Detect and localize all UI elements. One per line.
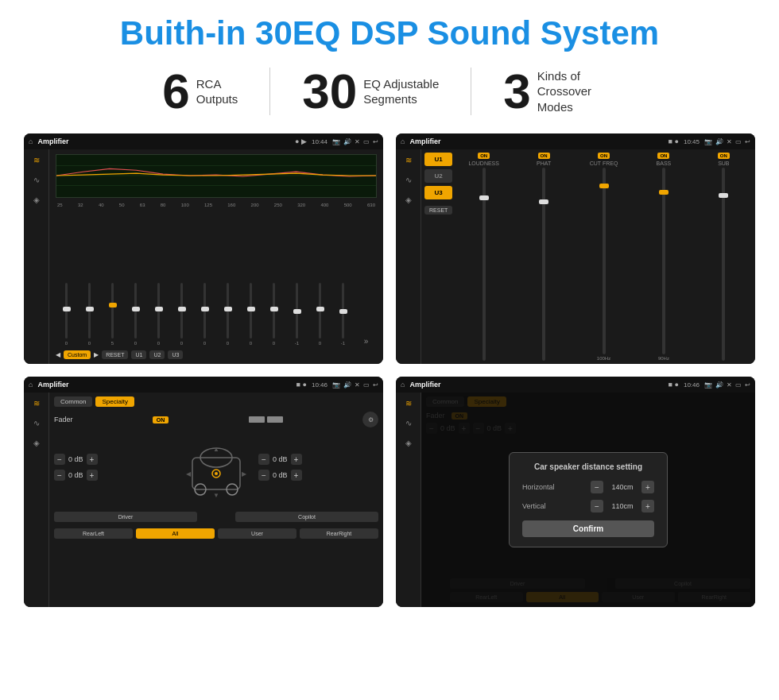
- prev-btn[interactable]: ◀: [56, 351, 60, 358]
- btn-driver[interactable]: Driver: [54, 512, 197, 522]
- rect-icon-4: ▭: [735, 381, 742, 389]
- stat-rca: 6 RCAOutputs: [130, 67, 269, 116]
- db-plus-1[interactable]: +: [87, 470, 98, 481]
- vol-icon-2: 🔊: [715, 138, 723, 145]
- car-diagram: ▲ ▼ ◀ ▶: [180, 434, 252, 505]
- vertical-stepper: − 110cm +: [591, 500, 654, 512]
- settings-icon-3[interactable]: ⚙: [362, 412, 378, 427]
- on-badge-phat: ON: [538, 153, 550, 159]
- svg-text:▲: ▲: [213, 446, 219, 453]
- next-btn[interactable]: ▶: [94, 351, 99, 358]
- rect-icon-2: ▭: [735, 138, 742, 145]
- sidebar-eq-icon-2[interactable]: ≋: [405, 156, 412, 164]
- db-minus-0[interactable]: −: [54, 454, 65, 465]
- play-dot-2: ■ ●: [669, 137, 679, 145]
- sidebar-speaker-icon[interactable]: ◈: [33, 195, 40, 204]
- on-badge-bass: ON: [657, 153, 669, 159]
- amp2-channels: ON LOUDNESS ON PHAT: [455, 153, 752, 361]
- dialog-main: Common Specialty Fader ON −0 dB+ −0 dB+: [421, 393, 755, 607]
- u1-btn[interactable]: U1: [424, 153, 452, 166]
- vertical-minus-btn[interactable]: −: [591, 500, 603, 512]
- screen-fader: ⌂ Amplifier ■ ● 10:46 📷 🔊 ✕ ▭ ↩ ≋ ∿ ◈: [24, 377, 383, 607]
- eq-slider-1: 0: [79, 283, 100, 346]
- fader-bottom-buttons: Driver Copilot: [54, 512, 378, 522]
- db-plus-2[interactable]: +: [291, 454, 302, 465]
- u3-btn[interactable]: U3: [424, 186, 452, 199]
- fader-label: Fader: [54, 416, 73, 423]
- tab-common[interactable]: Common: [54, 396, 92, 407]
- db-plus-0[interactable]: +: [87, 454, 98, 465]
- btn-rearright[interactable]: RearRight: [300, 528, 378, 539]
- vertical-label: Vertical: [522, 502, 546, 510]
- channel-phat: ON PHAT: [515, 153, 572, 361]
- fader-on-btn[interactable]: ON: [153, 416, 169, 423]
- sidebar-eq-icon-3[interactable]: ≋: [33, 399, 40, 408]
- db-plus-3[interactable]: +: [291, 470, 302, 481]
- eq-btn-reset[interactable]: RESET: [102, 350, 128, 359]
- sidebar-wave-icon-2[interactable]: ∿: [405, 176, 412, 184]
- sidebar-3: ≋ ∿ ◈: [24, 393, 49, 607]
- sub-slider[interactable]: [722, 168, 725, 361]
- cutfreq-slider[interactable]: [603, 168, 606, 354]
- phat-slider[interactable]: [542, 168, 545, 361]
- eq-slider-skip: »: [355, 337, 377, 346]
- horizontal-minus-btn[interactable]: −: [591, 481, 603, 493]
- eq-btn-u2[interactable]: U2: [149, 350, 165, 359]
- db-minus-2[interactable]: −: [258, 454, 269, 465]
- sidebar-speaker-icon-3[interactable]: ◈: [33, 439, 40, 447]
- btn-rearleft[interactable]: RearLeft: [54, 528, 133, 539]
- eq-btn-u3[interactable]: U3: [168, 350, 183, 359]
- dialog-title: Car speaker distance setting: [522, 462, 654, 471]
- sidebar-speaker-icon-2[interactable]: ◈: [405, 195, 412, 204]
- bass-slider[interactable]: [662, 168, 665, 354]
- u2-btn[interactable]: U2: [424, 169, 452, 183]
- sidebar-speaker-icon-4[interactable]: ◈: [405, 439, 412, 447]
- topbar-1-time: 10:44: [312, 138, 327, 145]
- sidebar-wave-icon-4[interactable]: ∿: [405, 419, 412, 427]
- btn-copilot[interactable]: Copilot: [235, 512, 378, 522]
- eq-preset-custom[interactable]: Custom: [64, 350, 91, 359]
- eq-bottom-controls: ◀ Custom ▶ RESET U1 U2 U3: [56, 350, 377, 359]
- topbar-1-icons: 📷 🔊 ✕ ▭ ↩: [332, 138, 378, 145]
- confirm-button[interactable]: Confirm: [522, 520, 654, 537]
- sidebar-wave-icon-3[interactable]: ∿: [33, 419, 40, 427]
- sidebar-wave-icon[interactable]: ∿: [33, 176, 40, 184]
- x-icon-1: ✕: [355, 138, 360, 145]
- db-minus-1[interactable]: −: [54, 470, 65, 481]
- db-val-2: 0 dB: [273, 455, 288, 463]
- btn-all[interactable]: All: [136, 528, 215, 539]
- stat-crossover-number: 3: [503, 67, 530, 116]
- eq-slider-5: 0: [171, 283, 192, 346]
- sidebar-eq-icon[interactable]: ≋: [33, 156, 40, 164]
- db-val-0: 0 dB: [68, 455, 83, 463]
- stats-row: 6 RCAOutputs 30 EQ AdjustableSegments 3 …: [24, 67, 755, 116]
- screen-1-content: ≋ ∿ ◈: [24, 149, 383, 364]
- eq-slider-2: 5: [102, 283, 123, 346]
- topbar-4-time: 10:46: [684, 381, 700, 389]
- channel-label-loudness: LOUDNESS: [468, 160, 499, 166]
- tab-specialty[interactable]: Specialty: [95, 396, 134, 407]
- dialog-overlay: Car speaker distance setting Horizontal …: [421, 393, 755, 607]
- stat-eq: 30 EQ AdjustableSegments: [270, 67, 471, 116]
- vertical-plus-btn[interactable]: +: [641, 500, 654, 512]
- topbar-1-title: Amplifier: [37, 137, 290, 145]
- eq-slider-12: -1: [332, 283, 354, 346]
- db-minus-3[interactable]: −: [258, 470, 269, 481]
- topbar-3-title: Amplifier: [37, 381, 291, 389]
- screen-3-content: ≋ ∿ ◈ Common Specialty Fader ON: [24, 393, 383, 607]
- loudness-slider[interactable]: [483, 168, 486, 361]
- amp2-main: U1 U2 U3 RESET ON LOUDNESS: [421, 149, 755, 364]
- eq-btn-u1[interactable]: U1: [131, 350, 146, 359]
- sidebar-eq-icon-4[interactable]: ≋: [405, 399, 412, 408]
- fader-bottom-buttons-2: RearLeft All User RearRight: [54, 528, 378, 539]
- fader-controls-right: − 0 dB + − 0 dB +: [258, 454, 378, 485]
- x-icon-3: ✕: [355, 381, 360, 389]
- horizontal-plus-btn[interactable]: +: [641, 481, 654, 493]
- sidebar-2: ≋ ∿ ◈: [396, 149, 421, 364]
- play-dot-1: ● ▶: [295, 137, 307, 145]
- db-row-0: − 0 dB +: [54, 454, 174, 465]
- topbar-3: ⌂ Amplifier ■ ● 10:46 📷 🔊 ✕ ▭ ↩: [24, 377, 383, 393]
- fader-main-content: − 0 dB + − 0 dB +: [54, 434, 378, 505]
- btn-user[interactable]: User: [218, 528, 296, 539]
- reset-btn-2[interactable]: RESET: [424, 206, 452, 215]
